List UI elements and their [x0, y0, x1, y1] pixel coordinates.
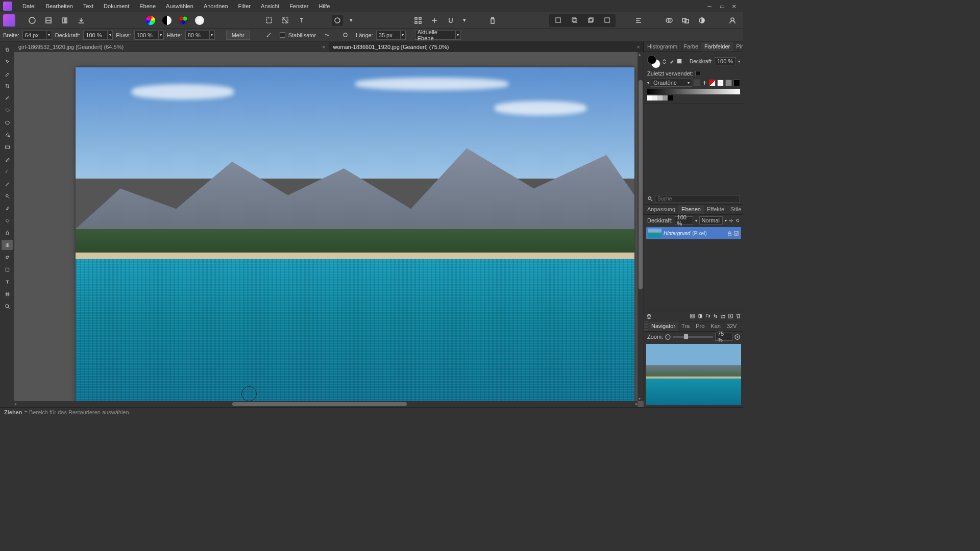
persona-photo-icon[interactable] — [27, 15, 38, 26]
target-field[interactable]: Aktuelle Ebene — [415, 31, 456, 40]
persona-liquify-icon[interactable] — [43, 15, 54, 26]
text-tool[interactable] — [2, 277, 13, 287]
canvas-area[interactable]: ▴▾ ◂▸ — [14, 52, 644, 407]
palette-add-icon[interactable] — [702, 80, 707, 86]
brush-tool[interactable] — [2, 93, 13, 103]
color-bw-icon[interactable] — [161, 15, 173, 26]
erase-tool[interactable] — [2, 154, 13, 164]
panel-tab-pro[interactable]: Pro — [693, 321, 707, 331]
flow-drop[interactable]: ▾ — [159, 31, 164, 40]
align-icon[interactable] — [633, 15, 644, 26]
recent-swatch[interactable] — [695, 71, 700, 76]
layer-add-icon[interactable] — [728, 313, 733, 319]
color-swatch-pair[interactable] — [647, 55, 659, 67]
panel-tab-navigator[interactable]: Navigator — [648, 321, 678, 331]
opacity-field[interactable]: 100 % — [83, 31, 108, 40]
panel-tab-effekte[interactable]: Effekte — [704, 205, 727, 214]
layer-mask-icon[interactable] — [690, 313, 695, 319]
close-button[interactable]: ✕ — [731, 3, 737, 9]
dodge-tool[interactable] — [2, 191, 13, 201]
clone-tool[interactable] — [2, 166, 13, 177]
panel-tab-ebenen[interactable]: Ebenen — [678, 205, 704, 214]
zoom-out-icon[interactable] — [665, 334, 671, 340]
panel-tab-histogramm[interactable]: Histogramm — [644, 42, 680, 52]
menu-datei[interactable]: Datei — [17, 1, 41, 11]
width-field[interactable]: 64 px — [22, 31, 47, 40]
heal-tool[interactable] — [2, 240, 13, 250]
shape-tool[interactable] — [2, 264, 13, 274]
panel-opacity-field[interactable]: 100 % — [715, 57, 736, 65]
cloud-3-icon[interactable] — [696, 15, 707, 26]
inpaint-tool[interactable] — [2, 215, 13, 226]
arrange-4-icon[interactable] — [601, 15, 612, 26]
snap-icon[interactable] — [429, 15, 440, 26]
layer-delete-icon[interactable] — [736, 313, 741, 319]
palette-black-icon[interactable] — [733, 80, 740, 86]
menu-ansicht[interactable]: Ansicht — [256, 1, 284, 11]
gray-gradient-strip[interactable] — [647, 89, 740, 94]
layer-lock-icon[interactable] — [727, 231, 732, 236]
account-icon[interactable] — [727, 15, 738, 26]
select-rect-icon[interactable] — [263, 15, 275, 26]
width-drop[interactable]: ▾ — [47, 31, 52, 40]
persona-export-icon[interactable] — [76, 15, 87, 26]
hand-tool[interactable] — [2, 44, 13, 54]
palette-select[interactable]: Grautöne▾ — [651, 79, 692, 87]
arrange-3-icon[interactable] — [585, 15, 596, 26]
panel-tab-tra[interactable]: Tra — [678, 321, 693, 331]
cloud-1-icon[interactable] — [664, 15, 675, 26]
navigator-thumbnail[interactable] — [646, 344, 741, 405]
palette-menu-icon[interactable]: ▾ — [647, 81, 649, 85]
mesh-tool[interactable] — [2, 289, 13, 299]
layer-opacity-field[interactable]: 100 % — [675, 216, 693, 224]
length-field[interactable]: 35 px — [376, 31, 401, 40]
color-white-icon[interactable] — [194, 15, 205, 26]
layer-row[interactable]: Hintergrund (Pixel) — [646, 227, 741, 239]
layer-stack-icon[interactable] — [646, 313, 652, 319]
flood-tool[interactable] — [2, 130, 13, 140]
none-swatch[interactable] — [677, 59, 682, 64]
magnet-drop-icon[interactable]: ▾ — [461, 15, 468, 26]
menu-text[interactable]: Text — [78, 1, 99, 11]
quickmask-icon[interactable] — [332, 15, 343, 26]
crop-tool[interactable] — [2, 81, 13, 91]
panel-tab-kan[interactable]: Kan — [707, 321, 724, 331]
menu-auswählen[interactable]: Auswählen — [161, 1, 199, 11]
info-icon[interactable] — [487, 15, 498, 26]
palette-grid-icon[interactable] — [694, 80, 700, 86]
layer-adjust-icon[interactable] — [697, 313, 703, 319]
flow-field[interactable]: 100 % — [134, 31, 159, 40]
arrange-1-icon[interactable] — [552, 15, 564, 26]
pen-tool[interactable] — [2, 179, 13, 189]
grid-icon[interactable] — [412, 15, 424, 26]
zoom-slider[interactable] — [673, 336, 713, 338]
panel-tab-anpassung[interactable]: Anpassung — [644, 205, 678, 214]
vertical-scrollbar[interactable]: ▴▾ — [638, 52, 644, 401]
swap-colors-icon[interactable] — [662, 59, 667, 64]
horizontal-scrollbar[interactable]: ◂▸ — [14, 401, 638, 407]
layer-crop-icon[interactable] — [713, 313, 718, 319]
menu-ebene[interactable]: Ebene — [134, 1, 161, 11]
gradient-tool[interactable] — [2, 142, 13, 152]
color-picker-tool[interactable] — [2, 68, 13, 79]
arrange-2-icon[interactable] — [569, 15, 580, 26]
menu-bearbeiten[interactable]: Bearbeiten — [41, 1, 78, 11]
layer-gear-icon[interactable] — [729, 218, 733, 223]
eyedropper-icon[interactable] — [669, 59, 675, 64]
pressure-icon[interactable] — [263, 30, 275, 41]
stab-mode2-icon[interactable] — [339, 30, 351, 41]
layer-folder-icon[interactable] — [720, 313, 726, 319]
selection-tool[interactable] — [2, 117, 13, 128]
search-input[interactable] — [655, 195, 740, 203]
retouch-tool[interactable] — [2, 203, 13, 213]
layer-visible-icon[interactable] — [733, 231, 739, 236]
layer-fx-icon[interactable] — [705, 313, 710, 319]
lasso-tool[interactable] — [2, 105, 13, 115]
zoom-in-icon[interactable] — [734, 334, 740, 340]
tab-close-icon[interactable]: × — [637, 44, 640, 50]
magnet-icon[interactable] — [445, 15, 456, 26]
select-cross-icon[interactable] — [280, 15, 291, 26]
move-tool[interactable] — [2, 56, 13, 66]
document-tab[interactable]: woman-1836601_1920.jpg [Geändert] (75.0%… — [329, 42, 644, 52]
stab-mode1-icon[interactable] — [321, 30, 332, 41]
